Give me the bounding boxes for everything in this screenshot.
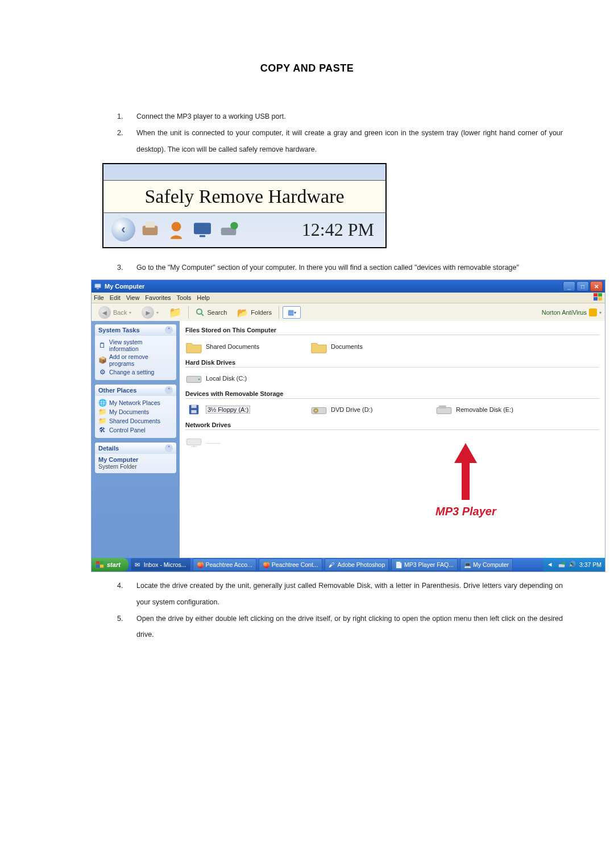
svg-rect-9 <box>594 293 598 297</box>
mp3-player-annotation: MP3 Player <box>435 440 496 518</box>
taskbar: start ✉Inbox - Micros... 🍑Peachtree Acco… <box>92 558 605 571</box>
minimize-button[interactable]: _ <box>563 281 575 291</box>
svg-rect-28 <box>96 565 99 567</box>
volume-icon[interactable]: 🔊 <box>569 561 576 569</box>
taskbar-photoshop[interactable]: 🖌Adobe Photoshop <box>325 558 389 571</box>
folders-icon: 📂 <box>237 307 248 318</box>
menu-tools[interactable]: Tools <box>177 294 192 301</box>
details-title: My Computer <box>98 456 173 463</box>
folders-button[interactable]: 📂 Folders <box>234 306 275 319</box>
svg-rect-10 <box>598 293 602 297</box>
instruction-list-3: Go to the "My Computer" section of your … <box>51 260 563 276</box>
word-icon: 📄 <box>395 561 402 568</box>
svg-rect-11 <box>594 297 598 301</box>
network-icon: 🌐 <box>98 399 106 407</box>
windows-flag-icon <box>96 561 104 569</box>
toolbar: ◄ Back ▾ ►▾ 📁 Search 📂 Folders ▦▾ <box>92 303 605 322</box>
forward-arrow-icon: ► <box>142 306 154 319</box>
norton-toolbar[interactable]: Norton AntiVirus ▾ <box>542 308 601 316</box>
search-button[interactable]: Search <box>192 307 230 318</box>
svg-rect-25 <box>186 439 201 445</box>
taskbar-clock: 3:37 PM <box>579 561 601 568</box>
link-network-places[interactable]: 🌐My Network Places <box>98 398 173 407</box>
page-title: COPY AND PASTE <box>51 62 563 74</box>
maximize-button[interactable]: □ <box>576 281 589 291</box>
chevron-up-icon[interactable]: ˄ <box>165 326 173 334</box>
taskbar-peachtree-acco[interactable]: 🍑Peachtree Acco... <box>193 558 256 571</box>
back-label: Back <box>113 309 127 316</box>
svg-rect-3 <box>194 223 211 235</box>
other-places-header: Other Places <box>98 387 136 394</box>
link-shared-documents[interactable]: 📁Shared Documents <box>98 416 173 425</box>
item-user-documents[interactable]: Documents <box>310 340 401 353</box>
menu-view[interactable]: View <box>126 294 140 301</box>
step-4: Locate the drive created by the unit, ge… <box>125 578 563 611</box>
link-change-setting[interactable]: ⚙Change a setting <box>98 368 173 377</box>
tray-expand-icon[interactable]: ‹ <box>111 218 135 241</box>
section-removable-header: Devices with Removable Storage <box>185 390 599 399</box>
item-removable-disk-e[interactable]: Removable Disk (E:) <box>435 403 526 416</box>
panel-other-places: Other Places˄ 🌐My Network Places 📁My Doc… <box>95 385 176 438</box>
item-floppy-a[interactable]: 3½ Floppy (A:) <box>185 403 276 416</box>
item-shared-documents[interactable]: Shared Documents <box>185 340 276 353</box>
item-network-drive[interactable]: ⎯⎯⎯⎯⎯ <box>185 435 276 447</box>
search-icon <box>196 308 205 317</box>
safely-remove-hardware-icon[interactable] <box>558 561 566 569</box>
up-button[interactable]: 📁 <box>165 305 185 320</box>
folder-icon <box>310 340 327 353</box>
folder-icon <box>185 340 202 353</box>
tray-clock: 12:42 PM <box>302 219 374 240</box>
window-title: My Computer <box>105 283 144 290</box>
tray-chevron-icon[interactable]: ◄ <box>547 561 555 569</box>
svg-rect-29 <box>100 565 103 567</box>
folder-icon: 📁 <box>98 417 106 425</box>
taskbar-mp3faq[interactable]: 📄MP3 Player FAQ... <box>391 558 458 571</box>
msn-icon[interactable] <box>165 218 188 241</box>
item-local-disk-c[interactable]: Local Disk (C:) <box>185 372 276 385</box>
info-icon: 🗒 <box>98 341 106 349</box>
svg-rect-24 <box>439 406 446 409</box>
mycomputer-icon <box>94 282 102 290</box>
svg-rect-8 <box>97 289 99 289</box>
link-system-info[interactable]: 🗒View system information <box>98 338 173 353</box>
taskbar-peachtree-cont[interactable]: 🍑Peachtree Cont... <box>259 558 322 571</box>
views-button[interactable]: ▦▾ <box>283 306 301 319</box>
svg-point-6 <box>230 222 238 229</box>
taskbar-mycomputer[interactable]: 💻My Computer <box>460 558 513 571</box>
section-files-header: Files Stored on This Computer <box>185 327 599 335</box>
chevron-up-icon[interactable]: ˄ <box>165 444 173 452</box>
svg-point-31 <box>562 562 565 565</box>
forward-button[interactable]: ►▾ <box>138 305 162 320</box>
section-hdd-header: Hard Disk Drives <box>185 359 599 368</box>
link-control-panel[interactable]: 🛠Control Panel <box>98 425 173 435</box>
printer-icon[interactable] <box>139 218 161 241</box>
close-button[interactable]: ✕ <box>590 281 603 291</box>
search-label: Search <box>207 309 227 316</box>
norton-shield-icon <box>589 308 597 316</box>
system-tasks-header: System Tasks <box>98 327 140 333</box>
menu-edit[interactable]: Edit <box>110 294 121 301</box>
mp3-player-label: MP3 Player <box>435 505 496 518</box>
taskbar-inbox[interactable]: ✉Inbox - Micros... <box>131 558 190 571</box>
mycomputer-icon: 💻 <box>464 561 471 568</box>
svg-rect-26 <box>96 561 99 564</box>
menu-file[interactable]: File <box>94 294 104 301</box>
display-icon[interactable] <box>191 218 214 241</box>
item-dvd-d[interactable]: DVD Drive (D:) <box>310 403 401 416</box>
menu-favorites[interactable]: Favorites <box>145 294 171 301</box>
svg-rect-27 <box>100 561 103 564</box>
instruction-list: Connect the MP3 player to a working USB … <box>51 108 563 157</box>
section-network-header: Network Drives <box>185 422 599 430</box>
safely-remove-hardware-icon[interactable] <box>217 218 240 241</box>
back-button[interactable]: ◄ Back ▾ <box>95 305 135 320</box>
menu-help[interactable]: Help <box>197 294 210 301</box>
svg-point-2 <box>172 222 181 232</box>
step-3: Go to the "My Computer" section of your … <box>125 260 563 276</box>
link-my-documents[interactable]: 📁My Documents <box>98 407 173 416</box>
start-button[interactable]: start <box>92 558 128 571</box>
settings-icon: ⚙ <box>98 368 106 376</box>
panel-system-tasks: System Tasks˄ 🗒View system information 📦… <box>95 324 176 380</box>
chevron-up-icon[interactable]: ˄ <box>165 386 173 394</box>
link-add-remove[interactable]: 📦Add or remove programs <box>98 353 173 368</box>
window-titlebar[interactable]: My Computer _ □ ✕ <box>92 280 605 293</box>
